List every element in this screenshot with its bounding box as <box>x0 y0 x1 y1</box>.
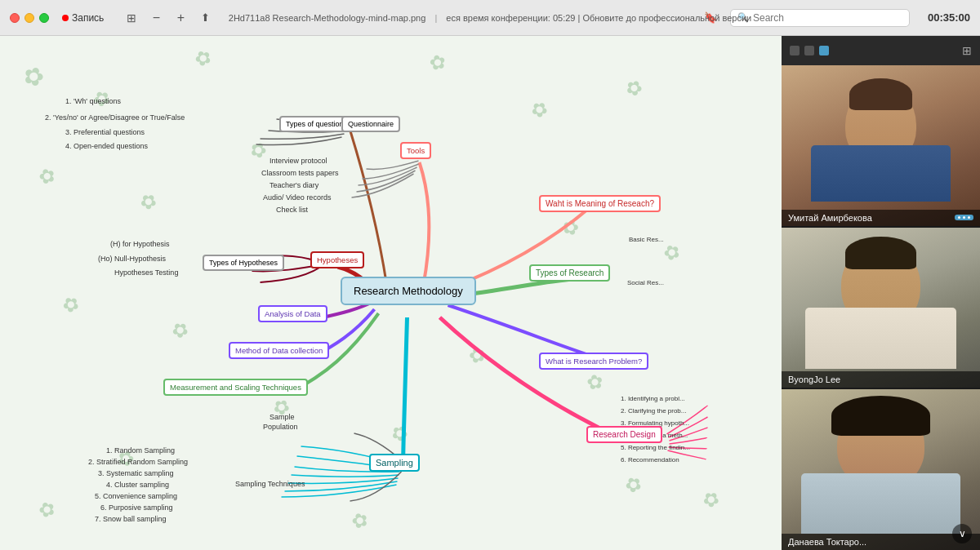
video-name-3: Данаева Токтаро... <box>788 537 866 547</box>
search-input[interactable] <box>753 12 900 24</box>
timer-display: 00:35:00 <box>928 11 970 24</box>
subnode-sample-pop2: Population <box>263 423 298 431</box>
subnode-basicres: Basic Res... <box>629 236 664 243</box>
video-name-bar-1: Умитай Амирбекова <box>782 210 980 226</box>
node-tools: Tools <box>400 142 431 159</box>
subnode-snowball: 7. Snow ball sampling <box>95 515 167 523</box>
node-hypotheses: Hypotheses <box>310 251 364 268</box>
subnode-interview: Interview protocol <box>270 157 327 165</box>
subnode-open: 4. Open-ended questions <box>65 142 148 150</box>
toolbar-icons: ⊞ − + ⬆ <box>120 7 216 29</box>
window-close-icon[interactable] <box>819 46 829 55</box>
record-button[interactable]: Запись <box>62 12 104 24</box>
subnode-purposive: 6. Purposive sampling <box>100 503 173 512</box>
video-panel: ⊞ Умитай Амирбекова <box>782 36 980 550</box>
video-tile-2[interactable]: ByongJo Lee <box>782 228 980 388</box>
subnode-recommendation: 6. Recommendation <box>621 456 679 464</box>
node-center: Research Methodology <box>341 277 476 305</box>
sidebar-toggle-icon[interactable]: ⊞ <box>120 7 143 29</box>
subnode-sample-pop: Sample <box>270 413 295 421</box>
video-options-button-1[interactable] <box>955 215 973 220</box>
subnode-clarifying: 2. Clarifying the prob... <box>621 407 686 415</box>
subnode-cluster: 4. Cluster sampling <box>106 481 169 489</box>
subnode-stratified: 2. Stratified Random Sampling <box>88 458 188 466</box>
record-dot-icon <box>62 15 69 21</box>
window-controls <box>790 46 829 55</box>
mindmap-area[interactable]: ✿ ✿ ✿ ✿ ✿ ✿ ✿ ✿ ✿ ✿ ✿ ✿ ✿ ✿ ✿ ✿ ✿ ✿ ✿ ✿ … <box>0 36 782 550</box>
subnode-yesno: 2. 'Yes/no' or Agree/Disagree or True/Fa… <box>45 113 185 122</box>
main-content: ✿ ✿ ✿ ✿ ✿ ✿ ✿ ✿ ✿ ✿ ✿ ✿ ✿ ✿ ✿ ✿ ✿ ✿ ✿ ✿ … <box>0 36 980 550</box>
node-research-design: Research Design <box>586 426 662 443</box>
video-tile-1[interactable]: Умитай Амирбекова <box>782 65 980 226</box>
subnode-hypothesis-h: (H) for Hypothesis <box>110 240 170 248</box>
subnode-checklist: Check list <box>276 206 308 214</box>
subnode-reporting: 5. Reporting the findin... <box>621 444 690 451</box>
subnode-classroom: Classroom tests papers <box>261 169 339 177</box>
subnode-systematic: 3. Systematic sampling <box>98 469 174 477</box>
scroll-down-button[interactable]: ∨ <box>952 524 972 543</box>
maximize-button[interactable] <box>39 13 49 23</box>
subnode-wh: 1. 'Wh' questions <box>65 97 121 105</box>
node-measurement: Measurement and Scaling Techniques <box>163 379 308 396</box>
node-sampling: Sampling <box>369 454 420 472</box>
record-label: Запись <box>72 12 104 24</box>
filename-text: 2Hd711a8 Research-Methodology-mind-map.p… <box>229 13 426 23</box>
title-bar: Запись ⊞ − + ⬆ 2Hd711a8 Research-Methodo… <box>0 0 980 36</box>
video-name-bar-3: Данаева Токтаро... <box>782 534 980 550</box>
subnode-hypothesis-null: (Ho) Null-Hypothesis <box>98 255 166 263</box>
subnode-sampling-tech: Sampling Techniques <box>235 480 305 488</box>
video-name-bar-2: ByongJo Lee <box>782 371 980 388</box>
subnode-random: 1. Random Sampling <box>106 446 175 455</box>
subnode-hypothesis-test: Hypotheses Testing <box>114 268 178 277</box>
node-questionnaire: Questionnaire <box>341 116 400 132</box>
subnode-audio: Audio/ Video records <box>263 193 331 202</box>
video-tile-3[interactable]: Данаева Токтаро... ∨ <box>782 389 980 550</box>
minimize-button[interactable] <box>24 13 34 23</box>
node-types-hypotheses: Types of Hypotheses <box>203 255 284 271</box>
node-types-research: Types of Research <box>529 264 610 282</box>
session-info: еся время конференции: 05:29 | Обновите … <box>446 13 751 23</box>
subnode-socialres: Social Res... <box>627 279 664 286</box>
video-panel-header: ⊞ <box>782 36 980 65</box>
center-label: Research Methodology <box>354 285 463 297</box>
node-research-problem: What is Research Problem? <box>539 353 648 370</box>
video-name-2: ByongJo Lee <box>788 375 840 384</box>
search-bar[interactable]: 🔍 <box>730 9 910 27</box>
node-meaning: Waht is Meaning of Reseach? <box>539 195 661 212</box>
subnode-convenience: 5. Convenience sampling <box>95 492 177 500</box>
video-name-1: Умитай Амирбекова <box>788 213 872 223</box>
node-analysis: Analysis of Data <box>258 305 327 322</box>
subnode-pref: 3. Preferential questions <box>65 128 145 136</box>
subnode-teacher: Teacher's diary <box>270 181 318 189</box>
subnode-identifying: 1. Identifying a probl... <box>621 395 685 402</box>
close-button[interactable] <box>10 13 20 23</box>
window-maximize-icon[interactable] <box>804 46 814 55</box>
window-title: 2Hd711a8 Research-Methodology-mind-map.p… <box>229 13 751 23</box>
video-container: Умитай Амирбекова ByongJo Lee <box>782 65 980 550</box>
panel-grid-icon[interactable]: ⊞ <box>962 44 972 57</box>
traffic-lights <box>0 13 49 23</box>
zoom-in-icon[interactable]: + <box>169 7 192 29</box>
node-method: Method of Data collection <box>229 342 329 359</box>
share-icon[interactable]: ⬆ <box>194 7 216 29</box>
zoom-out-icon[interactable]: − <box>145 7 167 29</box>
window-minimize-icon[interactable] <box>790 46 800 55</box>
